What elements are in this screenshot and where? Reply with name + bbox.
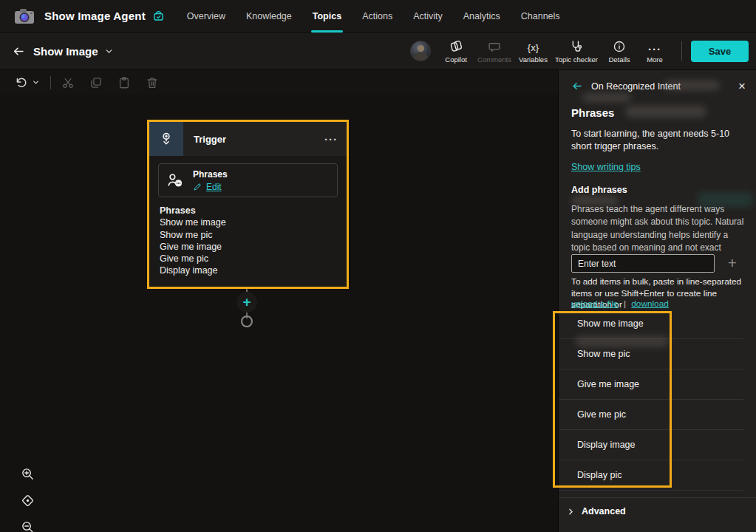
phrases-card[interactable]: Phrases Edit xyxy=(158,163,338,197)
authoring-canvas[interactable]: Trigger ··· Phrases xyxy=(0,95,558,532)
comment-bubble-icon xyxy=(488,38,501,53)
topic-name: Show Image xyxy=(33,45,98,58)
undo-button[interactable] xyxy=(10,76,32,89)
center-canvas-button[interactable] xyxy=(16,489,38,511)
phrases-body-heading: Phrases xyxy=(160,205,336,216)
command-bar-actions: Copilot Comments {x} Variables Topi xyxy=(410,38,756,64)
nav-item-activity[interactable]: Activity xyxy=(403,0,453,33)
copilot-label: Copilot xyxy=(445,55,467,64)
variables-label: Variables xyxy=(519,55,548,64)
copy-icon xyxy=(85,76,107,89)
phrase-list-item[interactable]: Display image xyxy=(559,430,743,460)
node-phrase: Give me image xyxy=(160,241,336,253)
close-icon[interactable]: × xyxy=(738,81,746,92)
node-phrase: Give me pic xyxy=(160,253,336,265)
undo-chevron-icon[interactable] xyxy=(32,78,44,86)
advanced-section-toggle[interactable]: Advanced xyxy=(566,506,626,516)
add-phrases-heading: Add phrases xyxy=(571,185,627,195)
nav-item-topics[interactable]: Topics xyxy=(302,0,352,33)
trigger-icon xyxy=(149,122,183,156)
save-button[interactable]: Save xyxy=(691,41,749,62)
panel-back-arrow-icon[interactable] xyxy=(571,81,582,92)
add-phrase-plus-icon[interactable]: + xyxy=(723,253,742,273)
divider xyxy=(50,76,51,89)
panel-header: On Recognized Intent × xyxy=(571,81,746,92)
comments-label: Comments xyxy=(477,55,511,64)
node-more-icon[interactable]: ··· xyxy=(324,133,338,146)
divider xyxy=(681,41,682,61)
node-phrase: Show me image xyxy=(160,216,336,228)
person-chat-icon xyxy=(166,171,184,189)
properties-panel: On Recognized Intent × Phrases To start … xyxy=(558,70,756,532)
download-link[interactable]: download xyxy=(631,299,669,309)
details-button[interactable]: Details xyxy=(603,38,636,64)
chevron-right-icon xyxy=(566,507,576,516)
link-separator: | xyxy=(624,299,626,309)
node-phrase: Show me pic xyxy=(160,229,336,241)
back-arrow-icon[interactable] xyxy=(12,45,24,58)
bulk-links: upload a file | download xyxy=(571,299,669,309)
zoom-out-button[interactable] xyxy=(16,516,38,532)
paste-icon xyxy=(113,76,135,89)
edit-label: Edit xyxy=(206,182,222,192)
phrase-list: Show me image Show me pic Give me image … xyxy=(559,309,743,491)
topic-checker-button[interactable]: Topic checker xyxy=(553,38,600,64)
phrase-input[interactable] xyxy=(571,254,715,273)
agent-logo-camera-icon xyxy=(13,7,35,25)
top-navigation: Overview Knowledge Topics Actions Activi… xyxy=(177,0,571,33)
nav-item-overview[interactable]: Overview xyxy=(177,0,236,33)
trigger-node-body: Phrases Show me image Show me pic Give m… xyxy=(149,197,347,277)
comments-button: Comments xyxy=(475,38,514,64)
variables-button[interactable]: {x} Variables xyxy=(517,38,550,64)
chevron-down-icon[interactable] xyxy=(104,47,114,56)
zoom-in-button[interactable] xyxy=(16,463,38,485)
delete-icon xyxy=(141,76,163,89)
phrases-card-title: Phrases xyxy=(193,169,228,180)
phrases-section-heading: Phrases xyxy=(571,106,614,119)
more-button[interactable]: ··· More xyxy=(638,38,671,64)
show-writing-tips-link[interactable]: Show writing tips xyxy=(571,162,641,172)
stethoscope-icon xyxy=(569,38,583,53)
ellipsis-icon: ··· xyxy=(648,38,661,53)
phrase-list-item[interactable]: Give me pic xyxy=(559,400,743,430)
canvas-tool-rail xyxy=(16,463,40,532)
upload-file-link[interactable]: upload a file xyxy=(571,299,619,309)
user-avatar[interactable] xyxy=(410,41,431,61)
phrase-list-item[interactable]: Show me image xyxy=(559,309,743,339)
nav-item-actions[interactable]: Actions xyxy=(352,0,403,33)
details-label: Details xyxy=(608,55,630,64)
info-icon xyxy=(613,38,626,53)
edit-phrases-link[interactable]: Edit xyxy=(193,182,228,192)
command-bar: Show Image Copilot Comments xyxy=(0,33,756,70)
node-title: Trigger xyxy=(194,134,226,145)
app-title: Show Image Agent xyxy=(44,10,146,22)
phrases-intro-text: To start learning, the agent needs 5-10 … xyxy=(571,128,746,153)
phrase-list-item[interactable]: Give me image xyxy=(559,369,743,400)
nav-item-channels[interactable]: Channels xyxy=(511,0,571,33)
trigger-node-header[interactable]: Trigger ··· xyxy=(149,122,347,156)
connector-end-circle[interactable] xyxy=(241,316,253,327)
topic-checker-label: Topic checker xyxy=(555,55,598,64)
more-label: More xyxy=(647,55,663,64)
cut-icon xyxy=(57,76,79,89)
phrase-list-item[interactable]: Display pic xyxy=(559,460,743,491)
copilot-button[interactable]: Copilot xyxy=(440,38,472,64)
add-node-plus-icon[interactable]: + xyxy=(236,292,257,313)
agent-status-bag-icon xyxy=(152,10,165,22)
node-phrase: Display image xyxy=(160,265,336,276)
advanced-label: Advanced xyxy=(582,506,626,516)
nav-item-knowledge[interactable]: Knowledge xyxy=(236,0,302,33)
variables-icon: {x} xyxy=(528,38,539,53)
nav-item-analytics[interactable]: Analytics xyxy=(453,0,511,33)
pencil-icon xyxy=(193,182,202,191)
phrase-list-item[interactable]: Show me pic xyxy=(559,339,743,369)
panel-title: On Recognized Intent xyxy=(591,81,681,92)
trigger-node[interactable]: Trigger ··· Phrases xyxy=(147,120,349,289)
app-bar: Show Image Agent Overview Knowledge Topi… xyxy=(0,0,756,33)
edit-toolbar xyxy=(0,70,558,95)
copilot-icon xyxy=(449,38,463,53)
divider xyxy=(559,497,756,498)
